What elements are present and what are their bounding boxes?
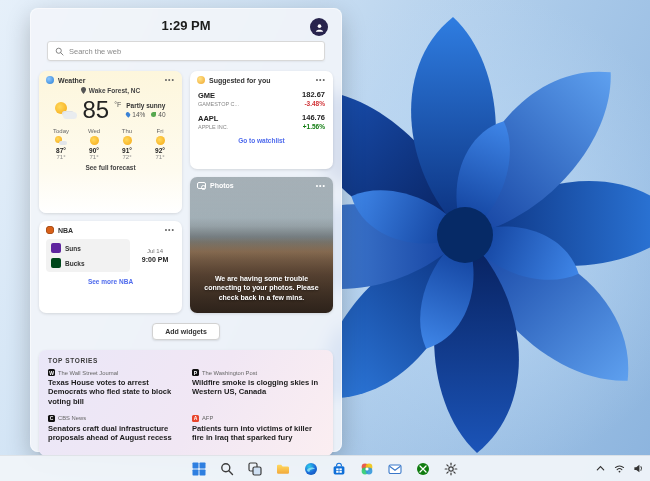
more-options-icon[interactable]: ••• [165,228,175,232]
folder-icon [276,462,290,476]
see-full-forecast-link[interactable]: See full forecast [39,160,182,177]
forecast-day: Fri 92° 71° [148,128,172,160]
game-time: 9:00 PM [135,256,175,263]
task-view-icon [248,462,262,476]
mail-button[interactable] [384,459,406,479]
gear-icon [444,462,458,476]
taskbar-search-button[interactable] [216,459,238,479]
stocks-title: Suggested for you [209,77,312,84]
sunny-icon [90,136,99,145]
stock-change-positive: +1.56% [302,123,325,130]
suns-logo [51,243,61,253]
stock-row[interactable]: GME GAMESTOP C... 182.67 -3.48% [190,87,333,110]
basketball-icon [46,226,54,234]
settings-button[interactable] [440,459,462,479]
search-bar[interactable] [47,41,325,61]
windows-logo-icon [192,462,206,476]
see-more-nba-link[interactable]: See more NBA [39,274,182,291]
current-temp: 85 [82,98,109,122]
stock-change-negative: -3.48% [302,100,325,107]
widgets-grid: Weather ••• Wake Forest, NC 85 °F [31,71,341,313]
weather-widget[interactable]: Weather ••• Wake Forest, NC 85 °F [39,71,182,213]
matchup: Suns Bucks [46,239,130,272]
nba-widget[interactable]: NBA ••• Suns Bucks [39,221,182,313]
afp-icon: A [192,415,199,422]
photos-title: Photos [210,182,312,189]
tray-chevron-up-icon[interactable] [593,460,607,476]
forecast-day: Thu 91° 72° [115,128,139,160]
team-row: Bucks [51,258,125,268]
news-story[interactable]: A AFP Patients turn into victims of kill… [192,415,324,443]
add-widgets-button[interactable]: Add widgets [152,323,220,340]
wifi-icon[interactable] [612,460,626,476]
rain-chance: 14% [132,111,145,118]
go-to-watchlist-link[interactable]: Go to watchlist [190,133,333,150]
task-view-button[interactable] [244,459,266,479]
top-stories-card: TOP STORIES W The Wall Street Journal Te… [39,350,333,456]
top-stories-title: TOP STORIES [48,357,324,364]
clock: 1:29 PM [31,9,341,33]
temp-unit: °F [114,101,121,108]
store-button[interactable] [328,459,350,479]
team-row: Suns [51,243,125,253]
search-icon [220,462,234,476]
xbox-button[interactable] [412,459,434,479]
more-options-icon[interactable]: ••• [316,184,326,188]
suggestion-icon [197,76,205,84]
photos-app-button[interactable] [356,459,378,479]
sunny-icon [156,136,165,145]
cbs-news-icon: C [48,415,55,422]
news-story[interactable]: C CBS News Senators craft dual infrastru… [48,415,180,443]
xbox-icon [416,462,430,476]
more-options-icon[interactable]: ••• [165,78,175,82]
avatar[interactable] [310,18,328,36]
weather-title: Weather [58,77,161,84]
forecast-day: Wed 90° 71° [82,128,106,160]
photos-error-message: We are having some trouble connecting to… [198,274,325,303]
start-button[interactable] [188,459,210,479]
volume-icon[interactable] [631,460,645,476]
photos-app-icon [360,462,374,476]
bucks-logo [51,258,61,268]
desktop: 1:29 PM Weather ••• [0,0,650,481]
game-date: Jul 14 [135,248,175,254]
widgets-panel: 1:29 PM Weather ••• [30,8,342,452]
partly-sunny-icon [55,102,77,119]
weather-location: Wake Forest, NC [39,87,182,94]
forecast-day: Today 87° 71° [49,128,73,160]
weather-condition: Partly sunny [126,102,165,109]
stock-row[interactable]: AAPL APPLE INC. 146.76 +1.56% [190,110,333,133]
store-icon [332,462,346,476]
mail-icon [388,462,402,476]
edge-icon [304,462,318,476]
more-options-icon[interactable]: ••• [316,78,326,82]
system-tray [593,455,645,481]
news-story[interactable]: P The Washington Post Wildfire smoke is … [192,369,324,406]
weather-icon [46,76,54,84]
photos-widget[interactable]: Photos ••• We are having some trouble co… [190,177,333,313]
file-explorer-button[interactable] [272,459,294,479]
air-quality: 40 [158,111,165,118]
camera-icon [197,182,206,189]
washington-post-icon: P [192,369,199,376]
forecast-row: Today 87° 71° Wed 90° 71° Thu [39,124,182,160]
partly-sunny-icon [55,136,67,145]
taskbar [0,455,650,481]
search-input[interactable] [69,47,317,56]
wsj-icon: W [48,369,55,376]
air-quality-icon [151,112,156,117]
rain-icon [125,111,131,117]
search-icon [55,47,64,56]
edge-button[interactable] [300,459,322,479]
nba-title: NBA [58,227,161,234]
news-story[interactable]: W The Wall Street Journal Texas House vo… [48,369,180,406]
stocks-widget[interactable]: Suggested for you ••• GME GAMESTOP C... … [190,71,333,169]
person-icon [314,22,325,33]
location-pin-icon [81,87,86,94]
sunny-icon [123,136,132,145]
